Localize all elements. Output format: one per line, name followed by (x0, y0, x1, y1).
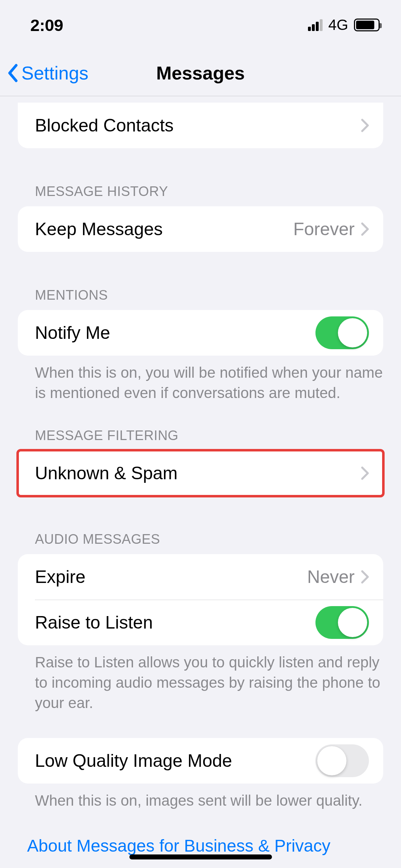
status-time: 2:09 (30, 15, 63, 35)
row-label: Unknown & Spam (35, 463, 361, 484)
keep-messages-row[interactable]: Keep Messages Forever (18, 206, 383, 252)
settings-content: Blocked Contacts MESSAGE HISTORY Keep Me… (0, 96, 401, 868)
row-label: Raise to Listen (35, 612, 315, 633)
unknown-spam-row[interactable]: Unknown & Spam (18, 450, 383, 496)
navigation-bar: Settings Messages (0, 50, 401, 96)
home-indicator[interactable] (129, 854, 272, 859)
status-indicators: 4G (308, 16, 380, 33)
message-filtering-group: Unknown & Spam (18, 450, 383, 496)
chevron-right-icon (361, 570, 369, 584)
row-label: Notify Me (35, 322, 315, 343)
cellular-signal-icon (308, 19, 323, 31)
battery-icon (354, 19, 380, 31)
message-history-group: Keep Messages Forever (18, 206, 383, 252)
low-quality-image-switch[interactable] (315, 744, 369, 777)
row-value: Never (307, 567, 355, 587)
raise-to-listen-row: Raise to Listen (18, 600, 383, 645)
chevron-left-icon (8, 64, 19, 82)
row-label: Blocked Contacts (35, 115, 361, 136)
page-title: Messages (156, 62, 245, 84)
expire-row[interactable]: Expire Never (18, 554, 383, 600)
mentions-header: MENTIONS (35, 288, 383, 303)
notify-me-row: Notify Me (18, 310, 383, 356)
back-label: Settings (21, 62, 88, 84)
image-mode-group: Low Quality Image Mode (18, 738, 383, 784)
low-quality-image-row: Low Quality Image Mode (18, 738, 383, 784)
mentions-footer: When this is on, you will be notified wh… (35, 363, 383, 403)
notify-me-switch[interactable] (315, 316, 369, 349)
about-link[interactable]: About Messages for Business & Privacy (27, 836, 330, 856)
network-type: 4G (328, 16, 348, 33)
row-label: Low Quality Image Mode (35, 750, 315, 771)
row-label: Expire (35, 567, 307, 587)
row-label: Keep Messages (35, 219, 293, 239)
blocked-contacts-group: Blocked Contacts (18, 103, 383, 148)
chevron-right-icon (361, 119, 369, 132)
message-history-header: MESSAGE HISTORY (35, 184, 383, 199)
back-button[interactable]: Settings (8, 62, 88, 84)
mentions-group: Notify Me (18, 310, 383, 356)
audio-messages-group: Expire Never Raise to Listen (18, 554, 383, 645)
blocked-contacts-row[interactable]: Blocked Contacts (18, 103, 383, 148)
chevron-right-icon (361, 222, 369, 236)
audio-footer: Raise to Listen allows you to quickly li… (35, 652, 383, 713)
raise-to-listen-switch[interactable] (315, 606, 369, 639)
status-bar: 2:09 4G (0, 0, 401, 50)
audio-messages-header: AUDIO MESSAGES (35, 532, 383, 547)
message-filtering-header: MESSAGE FILTERING (35, 428, 383, 443)
chevron-right-icon (361, 466, 369, 480)
image-mode-footer: When this is on, images sent will be low… (35, 791, 383, 811)
row-value: Forever (293, 219, 355, 239)
